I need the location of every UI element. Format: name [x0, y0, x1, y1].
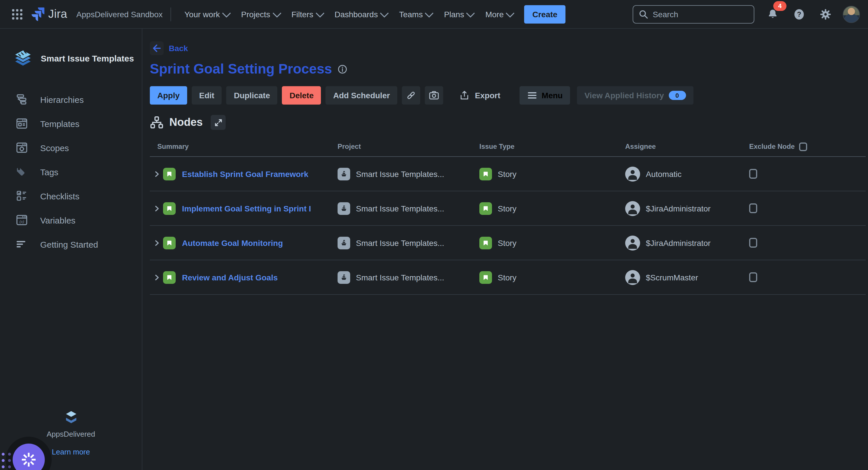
- svg-text:?: ?: [797, 10, 801, 18]
- nav-plans[interactable]: Plans: [439, 6, 479, 22]
- node-summary-link[interactable]: Implement Goal Setting in Sprint I: [182, 204, 311, 213]
- scopes-icon: [15, 141, 29, 154]
- exclude-node-checkbox[interactable]: [749, 238, 757, 247]
- expand-row-chevron[interactable]: [152, 273, 162, 281]
- info-icon[interactable]: [338, 64, 348, 74]
- drag-handle-dots[interactable]: [2, 453, 11, 468]
- column-header-project: Project: [331, 143, 472, 150]
- nodes-section-title: Nodes: [169, 116, 203, 129]
- assignee-avatar-icon: [625, 235, 640, 250]
- jira-logo[interactable]: Jira: [31, 7, 67, 22]
- top-navigation-bar: Jira AppsDelivered Sandbox Your work Pro…: [0, 0, 868, 29]
- chevron-down-icon: [425, 9, 434, 18]
- story-icon: [163, 202, 176, 215]
- copy-link-button[interactable]: [402, 86, 420, 105]
- node-summary-link[interactable]: Review and Adjust Goals: [182, 273, 278, 282]
- history-count-badge: 0: [669, 91, 686, 100]
- assignee-name: Automatic: [646, 169, 682, 178]
- site-name: AppsDelivered Sandbox: [76, 9, 162, 19]
- sidebar-item-getting-started[interactable]: Getting Started: [0, 232, 142, 256]
- exclude-all-checkbox[interactable]: [799, 142, 807, 151]
- table-row: Implement Goal Setting in Sprint I Smart…: [150, 191, 866, 226]
- nav-your-work[interactable]: Your work: [179, 6, 235, 22]
- apply-button[interactable]: Apply: [150, 86, 187, 105]
- delete-button[interactable]: Delete: [282, 86, 321, 105]
- appsdelivered-brand: AppsDelivered: [0, 430, 142, 438]
- exclude-node-checkbox[interactable]: [749, 203, 757, 213]
- back-arrow-icon: [150, 41, 164, 55]
- view-applied-history-button[interactable]: View Applied History 0: [577, 86, 693, 105]
- column-header-issue-type: Issue Type: [472, 143, 618, 150]
- starburst-icon: [20, 450, 38, 469]
- column-header-summary: Summary: [150, 143, 331, 150]
- tags-icon: [15, 166, 29, 178]
- node-summary-link[interactable]: Establish Sprint Goal Framework: [182, 169, 308, 178]
- sidebar-item-tags[interactable]: Tags: [0, 160, 142, 184]
- chevron-down-icon: [506, 9, 515, 18]
- chevron-down-icon: [315, 9, 324, 18]
- project-name: Smart Issue Templates...: [356, 169, 444, 178]
- appsdelivered-logo: [63, 410, 79, 425]
- chevron-down-icon: [272, 9, 281, 18]
- export-icon: [459, 90, 470, 101]
- sidebar-item-scopes[interactable]: Scopes: [0, 136, 142, 160]
- nav-dashboards[interactable]: Dashboards: [329, 6, 393, 22]
- column-header-assignee: Assignee: [618, 143, 742, 150]
- app-switcher-icon[interactable]: [8, 5, 26, 23]
- project-avatar-icon: [338, 236, 350, 249]
- sidebar-item-templates[interactable]: Templates: [0, 112, 142, 136]
- export-button[interactable]: Export: [451, 86, 508, 105]
- sidebar-menu: Hierarchies Templates: [0, 87, 142, 256]
- node-summary-link[interactable]: Automate Goal Monitoring: [182, 238, 283, 247]
- menu-button[interactable]: Menu: [519, 86, 570, 105]
- issue-type-label: Story: [498, 169, 516, 178]
- main-content: Back Sprint Goal Setting Process Apply E…: [143, 29, 868, 470]
- expand-nodes-button[interactable]: [211, 115, 226, 130]
- camera-icon: [428, 90, 440, 101]
- issue-type-label: Story: [498, 238, 516, 247]
- assignee-name: $JiraAdministrator: [646, 238, 711, 247]
- settings-button[interactable]: [816, 5, 835, 23]
- gear-icon: [819, 8, 832, 20]
- story-icon: [163, 271, 176, 284]
- story-icon: [163, 168, 176, 180]
- sidebar-item-hierarchies[interactable]: Hierarchies: [0, 87, 142, 112]
- snapshot-button[interactable]: [425, 86, 443, 105]
- exclude-node-checkbox[interactable]: [749, 169, 757, 179]
- expand-row-chevron[interactable]: [152, 239, 162, 247]
- create-button[interactable]: Create: [524, 5, 565, 23]
- table-row: Establish Sprint Goal Framework Smart Is…: [150, 157, 866, 191]
- duplicate-button[interactable]: Duplicate: [226, 86, 278, 105]
- story-icon: [479, 168, 492, 180]
- smart-issue-templates-logo: [12, 50, 33, 68]
- back-button[interactable]: Back: [150, 41, 188, 55]
- search-input[interactable]: [632, 5, 754, 23]
- project-name: Smart Issue Templates...: [356, 238, 444, 247]
- topbar-icons: 4 ?: [764, 5, 860, 23]
- templates-icon: [15, 117, 29, 130]
- expand-row-chevron[interactable]: [152, 170, 162, 178]
- edit-button[interactable]: Edit: [192, 86, 222, 105]
- notifications-button[interactable]: 4: [764, 5, 782, 23]
- project-name: Smart Issue Templates...: [356, 273, 444, 282]
- nodes-tree-icon: [150, 116, 164, 129]
- sidebar-item-variables[interactable]: (x) Variables: [0, 208, 142, 232]
- nav-teams[interactable]: Teams: [394, 6, 437, 22]
- help-button[interactable]: ?: [790, 5, 808, 23]
- chevron-down-icon: [222, 9, 231, 18]
- nav-filters[interactable]: Filters: [286, 6, 328, 22]
- variables-icon: (x): [15, 214, 29, 226]
- product-name: Jira: [48, 7, 67, 21]
- nav-projects[interactable]: Projects: [236, 6, 285, 22]
- table-header-row: Summary Project Issue Type Assignee Excl…: [150, 137, 866, 157]
- table-row: Review and Adjust Goals Smart Issue Temp…: [150, 260, 866, 295]
- project-avatar-icon: [338, 168, 350, 180]
- sidebar-item-checklists[interactable]: Checklists: [0, 184, 142, 208]
- add-scheduler-button[interactable]: Add Scheduler: [326, 86, 398, 105]
- user-avatar[interactable]: [843, 5, 860, 23]
- assignee-name: $ScrumMaster: [646, 273, 698, 282]
- expand-row-chevron[interactable]: [152, 204, 162, 212]
- exclude-node-checkbox[interactable]: [749, 272, 757, 282]
- story-icon: [479, 271, 492, 284]
- nav-more[interactable]: More: [480, 6, 519, 22]
